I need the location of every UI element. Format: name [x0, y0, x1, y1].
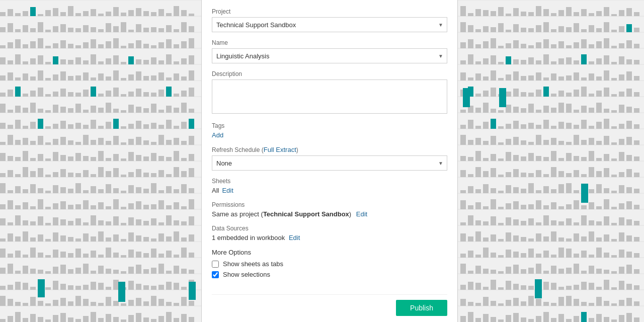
project-dropdown-wrapper: Technical Support Sandbox ▼: [212, 17, 447, 32]
tags-add-link[interactable]: Add: [212, 131, 223, 139]
publish-panel: Project Technical Support Sandbox ▼ Name…: [201, 0, 458, 322]
more-options-label: More Options: [212, 249, 447, 256]
data-sources-label: Data Sources: [212, 225, 447, 232]
description-label: Description: [212, 70, 447, 77]
sheets-label: Sheets: [212, 178, 447, 185]
permissions-edit-link[interactable]: Edit: [356, 210, 367, 218]
sheets-row: All Edit: [212, 187, 447, 194]
permissions-field-group: Permissions Same as project (Technical S…: [212, 201, 447, 218]
tags-label: Tags: [212, 122, 447, 129]
refresh-dropdown-wrapper: None ▼: [212, 155, 447, 171]
sheets-tabs-checkbox[interactable]: [212, 261, 219, 268]
permissions-project: Technical Support Sandbox: [263, 210, 349, 218]
full-extract-link[interactable]: Full Extract: [264, 146, 296, 153]
data-sources-field-group: Data Sources 1 embedded in workbook Edit: [212, 225, 447, 242]
selections-checkbox-row: Show selections: [212, 271, 447, 278]
project-field-group: Project Technical Support Sandbox ▼: [212, 8, 447, 32]
name-label: Name: [212, 39, 447, 46]
name-dropdown[interactable]: Linguistic Analysis: [212, 48, 447, 63]
publish-button[interactable]: Publish: [396, 300, 447, 316]
project-label: Project: [212, 8, 447, 15]
more-options-field-group: More Options Show sheets as tabs Show se…: [212, 249, 447, 281]
refresh-label: Refresh Schedule (Full Extract): [212, 146, 447, 153]
sheets-edit-link[interactable]: Edit: [222, 187, 233, 194]
name-dropdown-wrapper: Linguistic Analysis ▼: [212, 48, 447, 63]
name-field-group: Name Linguistic Analysis ▼: [212, 39, 447, 63]
sheets-all: All: [212, 187, 219, 194]
sheets-field-group: Sheets All Edit: [212, 178, 447, 194]
refresh-field-group: Refresh Schedule (Full Extract) None ▼: [212, 146, 447, 171]
tags-field-group: Tags Add: [212, 122, 447, 139]
data-sources-edit-link[interactable]: Edit: [289, 234, 300, 242]
project-dropdown[interactable]: Technical Support Sandbox: [212, 17, 447, 32]
panel-footer: Publish: [212, 294, 447, 322]
selections-label[interactable]: Show selections: [223, 271, 270, 278]
selections-checkbox[interactable]: [212, 271, 219, 278]
description-textarea[interactable]: [212, 79, 447, 114]
description-field-group: Description: [212, 70, 447, 115]
sheets-tabs-checkbox-row: Show sheets as tabs: [212, 260, 447, 268]
data-sources-row: 1 embedded in workbook Edit: [212, 234, 447, 242]
permissions-row: Same as project (Technical Support Sandb…: [212, 210, 447, 218]
refresh-dropdown[interactable]: None: [212, 155, 447, 171]
sheets-tabs-label[interactable]: Show sheets as tabs: [223, 260, 283, 268]
permissions-label: Permissions: [212, 201, 447, 208]
